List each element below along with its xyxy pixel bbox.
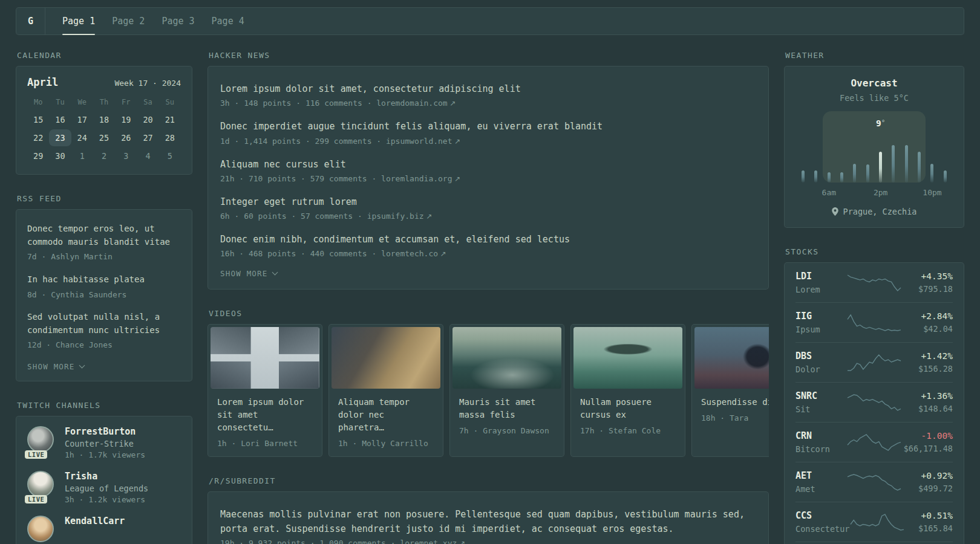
twitch-channel-name[interactable]: ForrestBurton (65, 426, 145, 437)
twitch-channel[interactable]: KendallCarr (27, 516, 181, 543)
hackernews-item-title[interactable]: Donec enim nibh, condimentum et accumsan… (220, 233, 756, 247)
calendar-day[interactable]: 3 (115, 147, 137, 164)
subreddit-item-meta: 19h · 9,932 points · 1,090 comments · lo… (220, 539, 756, 544)
calendar-day-selected[interactable]: 23 (49, 129, 71, 146)
rss-item-title[interactable]: Donec tempor eros leo, ut commodo mauris… (27, 222, 181, 248)
nav-tab-page-3[interactable]: Page 3 (162, 8, 194, 34)
hackernews-item-domain-link[interactable]: loremlandia.org ↗ (381, 174, 460, 183)
video-card[interactable]: Lorem ipsum dolor sit amet consectetu…1h… (207, 324, 322, 457)
twitch-channel-meta: 3h · 1.2k viewers (65, 495, 148, 504)
twitch-channel[interactable]: LIVETrishaLeague of Legends3h · 1.2k vie… (27, 471, 181, 504)
calendar-day[interactable]: 26 (115, 129, 137, 146)
calendar-day[interactable]: 22 (27, 129, 49, 146)
weather-hour-label: 10pm (923, 188, 941, 197)
stock-row[interactable]: IIGIpsum+2.84%$42.04 (795, 302, 953, 342)
stock-change: +0.51% (905, 511, 953, 520)
stock-ticker[interactable]: AET (795, 470, 846, 481)
hackernews-item-domain-link[interactable]: loremtech.co ↗ (381, 249, 446, 258)
video-thumbnail[interactable] (573, 327, 682, 389)
calendar-day[interactable]: 20 (137, 111, 158, 128)
video-thumbnail[interactable] (332, 327, 440, 389)
stock-info: AETAmet (795, 470, 846, 494)
video-card[interactable]: Nullam posuere cursus ex17h · Stefan Col… (570, 324, 685, 457)
stock-row[interactable]: AHS+0.46% (795, 542, 953, 544)
page-tabs: Page 1Page 2Page 3Page 4 (62, 8, 244, 34)
calendar-day[interactable]: 21 (159, 111, 181, 128)
stock-row[interactable]: CRNBitcorn-1.00%$66,171.48 (795, 422, 953, 462)
hackernews-item-title[interactable]: Lorem ipsum dolor sit amet, consectetur … (220, 82, 756, 96)
subreddit-item-domain-link[interactable]: loremnet.xyz ↗ (400, 539, 465, 544)
video-title[interactable]: Suspendisse diam (701, 396, 769, 409)
subreddit-item-title[interactable]: Maecenas mollis pulvinar erat non posuer… (220, 508, 756, 536)
nav-tab-page-4[interactable]: Page 4 (212, 8, 244, 34)
twitch-channel-name[interactable]: Trisha (65, 471, 148, 482)
left-column: CALENDAR April Week 17 · 2024 MoTuWeThFr… (16, 51, 192, 544)
stock-row[interactable]: AETAmet+0.92%$499.72 (795, 462, 953, 502)
location-pin-icon (832, 207, 838, 216)
calendar-day[interactable]: 5 (159, 147, 181, 164)
video-thumbnail[interactable] (452, 327, 561, 389)
twitch-channel-name[interactable]: KendallCarr (65, 516, 125, 526)
stock-spark-wrap (846, 352, 902, 373)
hackernews-widget: HACKER NEWS Lorem ipsum dolor sit amet, … (207, 51, 769, 290)
video-title[interactable]: Mauris sit amet massa felis (459, 396, 555, 421)
calendar-widget: CALENDAR April Week 17 · 2024 MoTuWeThFr… (16, 51, 192, 175)
calendar-day[interactable]: 18 (93, 111, 115, 128)
video-title[interactable]: Lorem ipsum dolor sit amet consectetu… (217, 396, 313, 434)
calendar-day[interactable]: 28 (159, 129, 181, 146)
video-card[interactable]: Suspendisse diam18h · Tara (691, 324, 769, 457)
stock-ticker[interactable]: CRN (795, 430, 846, 441)
calendar-day[interactable]: 24 (71, 129, 93, 146)
calendar-day[interactable]: 4 (137, 147, 158, 164)
rss-show-more-button[interactable]: SHOW MORE (27, 362, 84, 371)
video-thumbnail[interactable] (211, 327, 319, 389)
calendar-day[interactable]: 16 (49, 111, 71, 128)
weather-hourly-chart: 9° (797, 111, 952, 183)
hackernews-item: Lorem ipsum dolor sit amet, consectetur … (220, 82, 756, 108)
weather-bar (861, 164, 874, 183)
stock-ticker[interactable]: LDI (795, 271, 846, 282)
app-logo[interactable]: G (16, 8, 45, 34)
stock-row[interactable]: DBSDolor+1.42%$156.28 (795, 342, 953, 382)
nav-tab-page-1[interactable]: Page 1 (62, 8, 95, 34)
stock-ticker[interactable]: SNRC (795, 390, 846, 401)
calendar-day[interactable]: 19 (115, 111, 137, 128)
calendar-day[interactable]: 1 (71, 147, 93, 164)
calendar-day[interactable]: 2 (93, 147, 115, 164)
video-card[interactable]: Mauris sit amet massa felis7h · Grayson … (449, 324, 564, 457)
hackernews-item-domain-link[interactable]: loremdomain.com ↗ (376, 99, 456, 108)
stock-ticker[interactable]: IIG (795, 311, 846, 322)
calendar-day[interactable]: 15 (27, 111, 49, 128)
hackernews-item-domain-link[interactable]: ipsumworld.net ↗ (386, 137, 460, 146)
calendar-day[interactable]: 25 (93, 129, 115, 146)
stock-ticker[interactable]: CCS (795, 510, 849, 521)
nav-tab-page-2[interactable]: Page 2 (112, 8, 145, 34)
stock-info: LDILorem (795, 271, 846, 294)
calendar-day[interactable]: 30 (49, 147, 71, 164)
twitch-channel[interactable]: LIVEForrestBurtonCounter-Strike1h · 1.7k… (27, 426, 181, 459)
video-title[interactable]: Nullam posuere cursus ex (580, 396, 676, 421)
rss-item-title[interactable]: In hac habitasse platea (27, 273, 181, 287)
calendar-week-year: Week 17 · 2024 (114, 79, 181, 88)
stock-row[interactable]: CCSConsectetur+0.51%$165.84 (795, 502, 953, 542)
stock-ticker[interactable]: DBS (795, 351, 846, 361)
hackernews-item-domain-link[interactable]: ipsumify.biz ↗ (367, 212, 433, 221)
hackernews-item-title[interactable]: Aliquam nec cursus elit (220, 158, 756, 172)
stock-sparkline (846, 472, 902, 493)
video-meta: 18h · Tara (701, 413, 769, 423)
stock-row[interactable]: SNRCSit+1.36%$148.64 (795, 382, 953, 422)
hackernews-item-title[interactable]: Donec imperdiet augue tincidunt felis al… (220, 120, 756, 134)
hackernews-show-more-button[interactable]: SHOW MORE (220, 269, 277, 278)
hackernews-item-title[interactable]: Integer eget rutrum lorem (220, 195, 756, 209)
rss-item-title[interactable]: Sed volutpat nulla nisl, a condimentum n… (27, 311, 181, 337)
calendar-day[interactable]: 27 (137, 129, 158, 146)
calendar-day[interactable]: 17 (71, 111, 93, 128)
video-title[interactable]: Aliquam tempor dolor nec pharetra… (338, 396, 434, 434)
rss-label: RSS FEED (17, 194, 192, 203)
video-card[interactable]: Aliquam tempor dolor nec pharetra…1h · M… (328, 324, 443, 457)
stock-price: $499.72 (902, 484, 953, 493)
stock-row[interactable]: LDILorem+4.35%$795.18 (795, 263, 953, 302)
stocks-label: STOCKS (785, 247, 964, 256)
calendar-day[interactable]: 29 (27, 147, 49, 164)
video-thumbnail[interactable] (694, 327, 769, 389)
